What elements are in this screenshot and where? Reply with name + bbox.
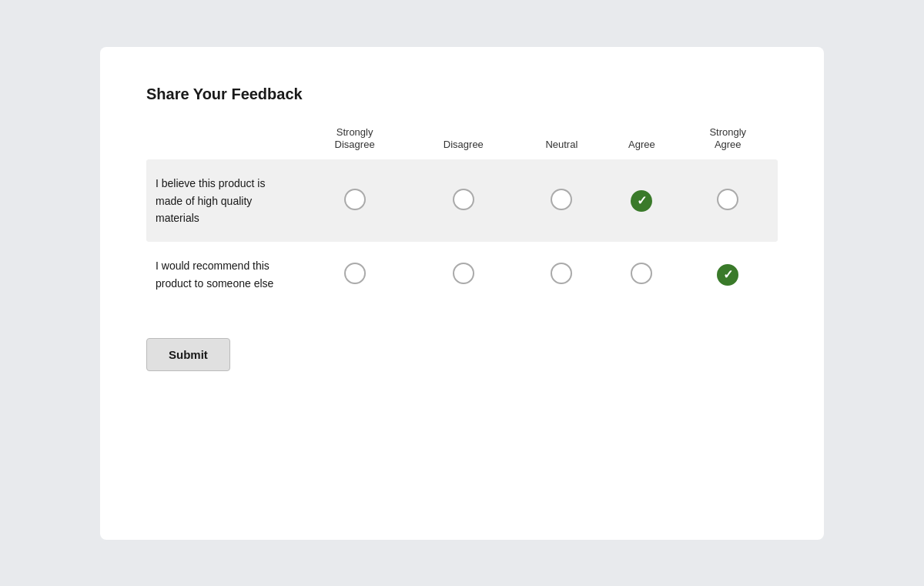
col-disagree: Disagree: [409, 126, 517, 160]
radio-cell-r1-c0[interactable]: [300, 242, 409, 307]
radio-wrapper-r0-c3[interactable]: [631, 190, 652, 212]
radio-wrapper-r1-c3[interactable]: [631, 263, 652, 284]
radio-r0-c0[interactable]: [344, 189, 366, 210]
radio-wrapper-r1-c1[interactable]: [453, 263, 474, 284]
radio-r1-c3[interactable]: [631, 263, 652, 284]
radio-cell-r0-c4[interactable]: [678, 159, 778, 242]
radio-cell-r1-c3[interactable]: [605, 242, 678, 307]
radio-cell-r1-c4[interactable]: [678, 242, 778, 307]
survey-table: StronglyDisagree Disagree Neutral Agree …: [146, 126, 778, 308]
radio-r0-c1[interactable]: [453, 189, 474, 210]
radio-wrapper-r0-c0[interactable]: [344, 189, 366, 210]
radio-cell-r0-c3[interactable]: [605, 159, 678, 242]
radio-cell-r1-c1[interactable]: [409, 242, 517, 307]
radio-cell-r0-c1[interactable]: [409, 159, 517, 242]
submit-button[interactable]: Submit: [146, 338, 230, 371]
radio-wrapper-r1-c4[interactable]: [717, 264, 738, 286]
radio-r0-c3[interactable]: [631, 190, 652, 212]
question-column-header: [146, 126, 300, 160]
radio-r1-c2[interactable]: [551, 263, 572, 284]
radio-r1-c1[interactable]: [453, 263, 474, 284]
page-title: Share Your Feedback: [146, 85, 778, 103]
radio-wrapper-r1-c2[interactable]: [551, 263, 572, 284]
col-agree: Agree: [605, 126, 678, 160]
question-text-1: I would recommend this product to someon…: [146, 242, 300, 307]
radio-cell-r0-c0[interactable]: [300, 159, 409, 242]
radio-cell-r0-c2[interactable]: [517, 159, 605, 242]
radio-r1-c4[interactable]: [717, 264, 738, 286]
radio-r1-c0[interactable]: [344, 263, 366, 284]
question-text-0: I believe this product is made of high q…: [146, 159, 300, 242]
radio-r0-c4[interactable]: [717, 189, 738, 210]
col-neutral: Neutral: [517, 126, 605, 160]
feedback-card: Share Your Feedback StronglyDisagree Dis…: [100, 47, 824, 540]
radio-cell-r1-c2[interactable]: [517, 242, 605, 307]
radio-wrapper-r1-c0[interactable]: [344, 263, 366, 284]
col-strongly-agree: StronglyAgree: [678, 126, 778, 160]
radio-wrapper-r0-c4[interactable]: [717, 189, 738, 210]
radio-wrapper-r0-c2[interactable]: [551, 189, 572, 210]
radio-r0-c2[interactable]: [551, 189, 572, 210]
column-header-row: StronglyDisagree Disagree Neutral Agree …: [146, 126, 778, 160]
radio-wrapper-r0-c1[interactable]: [453, 189, 474, 210]
survey-row: I believe this product is made of high q…: [146, 159, 778, 242]
col-strongly-disagree: StronglyDisagree: [300, 126, 409, 160]
survey-row: I would recommend this product to someon…: [146, 242, 778, 307]
